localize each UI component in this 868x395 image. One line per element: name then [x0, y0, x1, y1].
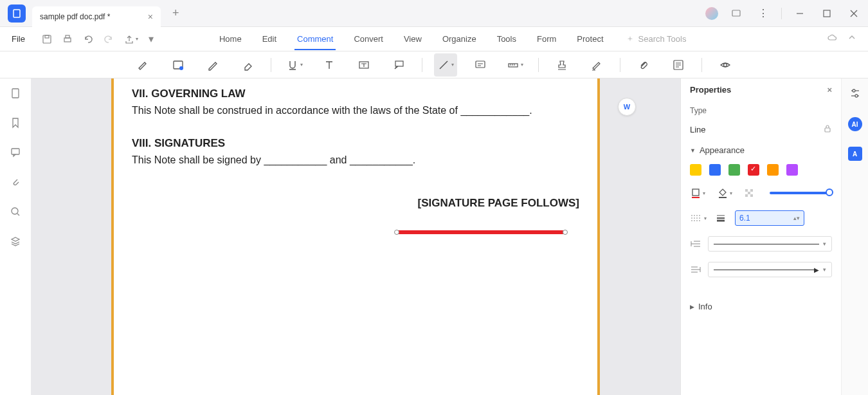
user-avatar[interactable]: [705, 7, 718, 20]
color-red[interactable]: [748, 164, 759, 176]
slider-thumb[interactable]: [826, 188, 833, 196]
fill-color-picker[interactable]: ▾: [717, 187, 732, 199]
type-value: Line: [690, 125, 706, 134]
tab-comment[interactable]: Comment: [294, 29, 336, 49]
attachment-tool[interactable]: [632, 53, 655, 77]
transparency-icon[interactable]: [744, 188, 754, 198]
svg-rect-9: [66, 35, 69, 38]
tab-view[interactable]: View: [401, 29, 424, 49]
thickness-input[interactable]: 6.1 ▴▾: [735, 210, 804, 226]
line-style-picker[interactable]: ▾: [690, 214, 707, 223]
eraser-tool[interactable]: [236, 53, 259, 77]
svg-rect-39: [750, 194, 753, 197]
qat-customize-icon[interactable]: ▾: [149, 33, 154, 45]
attachments-panel-icon[interactable]: [10, 176, 21, 190]
stroke-color-picker[interactable]: ▾: [690, 187, 705, 199]
signature-tool[interactable]: [585, 53, 608, 77]
layers-icon[interactable]: [10, 235, 21, 250]
pdf-page: W VII. GOVERNING LAW This Note shall be …: [111, 78, 600, 395]
maximize-button[interactable]: [818, 5, 836, 23]
hide-comments-tool[interactable]: [714, 53, 737, 77]
file-menu[interactable]: File: [0, 34, 37, 44]
line-tool[interactable]: ▾: [434, 53, 457, 77]
color-purple[interactable]: [786, 164, 798, 176]
end-style-select[interactable]: ▶ ▾: [708, 262, 832, 277]
properties-title: Properties: [690, 85, 731, 95]
doc-para-7: This Note shall be construed in accordan…: [132, 102, 579, 119]
chevron-down-icon: ▼: [690, 147, 696, 154]
ai-badge[interactable]: AI: [848, 117, 862, 131]
info-label: Info: [698, 302, 712, 311]
document-viewport[interactable]: W VII. GOVERNING LAW This Note shall be …: [31, 78, 680, 395]
pencil-tool[interactable]: [201, 53, 224, 77]
comments-panel-icon[interactable]: [10, 147, 21, 161]
tab-tools[interactable]: Tools: [494, 29, 519, 49]
svg-rect-31: [825, 128, 830, 132]
close-button[interactable]: [845, 5, 863, 23]
line-handle-start[interactable]: [394, 230, 399, 235]
area-highlight-tool[interactable]: [167, 53, 190, 77]
document-tab[interactable]: sample pdf doc.pdf * ×: [32, 6, 161, 27]
share-icon[interactable]: ▾: [124, 34, 138, 44]
properties-close-icon[interactable]: ×: [827, 85, 832, 95]
svg-point-26: [723, 63, 727, 66]
text-tool[interactable]: [318, 53, 341, 77]
appearance-section-header[interactable]: ▼ Appearance: [681, 139, 841, 159]
thickness-icon: [716, 214, 726, 223]
comments-list-tool[interactable]: [667, 53, 690, 77]
word-convert-icon[interactable]: A: [848, 147, 862, 161]
title-bar: sample pdf doc.pdf * × + ⋮: [0, 0, 868, 27]
undo-icon[interactable]: [83, 34, 93, 44]
line-handle-end[interactable]: [563, 230, 568, 235]
info-section-header[interactable]: ▶ Info: [681, 295, 841, 315]
color-orange[interactable]: [767, 164, 779, 176]
left-sidebar: [0, 78, 31, 395]
search-tools[interactable]: Search Tools: [626, 34, 687, 44]
tab-close-icon[interactable]: ×: [135, 12, 153, 22]
doc-heading-7: VII. GOVERNING LAW: [132, 87, 579, 100]
tab-protect[interactable]: Protect: [574, 29, 606, 49]
callout-tool[interactable]: [387, 53, 410, 77]
chat-icon[interactable]: [727, 5, 745, 23]
tab-edit[interactable]: Edit: [260, 29, 279, 49]
svg-rect-38: [745, 194, 748, 197]
print-icon[interactable]: [62, 34, 73, 44]
settings-sliders-icon[interactable]: [849, 87, 861, 102]
spinner-icon[interactable]: ▴▾: [793, 215, 800, 221]
underline-tool[interactable]: ▾: [283, 53, 306, 77]
appearance-label: Appearance: [700, 145, 745, 155]
color-green[interactable]: [728, 164, 740, 176]
lock-icon[interactable]: [823, 124, 832, 135]
highlight-tool[interactable]: [132, 53, 155, 77]
tab-convert[interactable]: Convert: [351, 29, 386, 49]
minimize-button[interactable]: [791, 5, 809, 23]
note-tool[interactable]: [469, 53, 492, 77]
save-icon[interactable]: [42, 34, 52, 44]
thumbnails-icon[interactable]: [10, 87, 21, 102]
word-export-badge[interactable]: W: [618, 98, 636, 116]
color-blue[interactable]: [709, 164, 721, 176]
start-style-icon: [690, 239, 701, 248]
start-style-select[interactable]: ▾: [708, 236, 832, 252]
svg-rect-28: [12, 149, 19, 154]
color-yellow[interactable]: [690, 164, 701, 176]
collapse-ribbon-icon[interactable]: [847, 33, 856, 46]
measure-tool[interactable]: ▾: [503, 53, 527, 77]
cloud-icon[interactable]: [827, 33, 837, 46]
tab-organize[interactable]: Organize: [440, 29, 479, 49]
more-icon[interactable]: ⋮: [754, 5, 772, 23]
search-panel-icon[interactable]: [10, 206, 21, 220]
stamp-tool[interactable]: [550, 53, 574, 77]
svg-rect-0: [14, 10, 20, 17]
line-annotation[interactable]: [397, 230, 564, 234]
svg-rect-36: [750, 189, 753, 192]
pdf-app-icon: [12, 8, 22, 19]
bookmarks-icon[interactable]: [10, 117, 21, 131]
end-style-icon: [690, 265, 701, 274]
opacity-slider[interactable]: [770, 192, 832, 194]
redo-icon[interactable]: [104, 34, 114, 44]
textbox-tool[interactable]: [352, 53, 375, 77]
tab-home[interactable]: Home: [217, 29, 244, 49]
new-tab-button[interactable]: +: [167, 6, 185, 20]
tab-form[interactable]: Form: [534, 29, 559, 49]
